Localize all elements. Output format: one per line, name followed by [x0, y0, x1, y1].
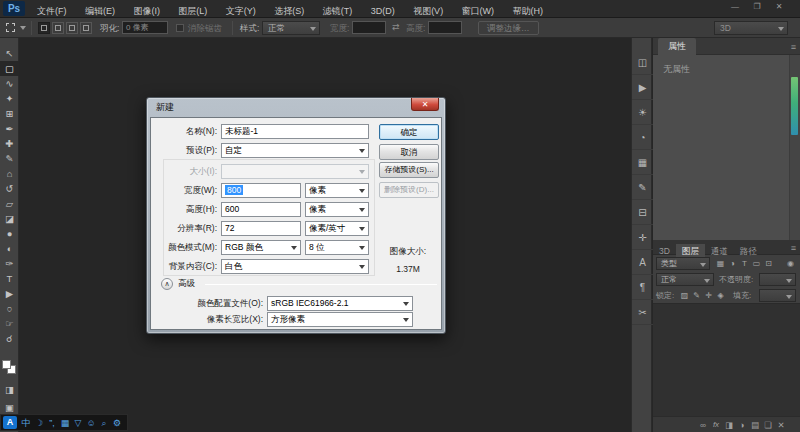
character-panel-icon[interactable]: A	[632, 250, 653, 275]
close-icon[interactable]: ✕	[770, 2, 788, 11]
tool-rectangular-marquee[interactable]: ▢	[0, 61, 19, 76]
new-selection-icon[interactable]	[38, 22, 50, 34]
tool-crop[interactable]: ⊞	[0, 106, 19, 121]
resolution-input[interactable]: 72	[221, 221, 301, 236]
filter-toggle-icon[interactable]: ◉	[785, 257, 796, 270]
preset-dropdown[interactable]: 自定	[221, 143, 369, 158]
height-unit-dropdown[interactable]: 像素	[305, 202, 369, 217]
adjustments-panel-icon[interactable]: ☀	[632, 100, 653, 125]
swap-dimensions-icon[interactable]: ⇄	[392, 22, 400, 32]
add-to-selection-icon[interactable]	[52, 22, 64, 34]
ime-search-icon[interactable]: ⌕	[98, 417, 110, 429]
new-layer-icon[interactable]: ❏	[762, 419, 774, 431]
filter-smart-objects-icon[interactable]: ⊡	[763, 257, 774, 270]
link-layers-icon[interactable]: ∞	[697, 419, 709, 431]
workspace-dropdown[interactable]: 3D	[714, 21, 788, 35]
ime-user-icon[interactable]: ☺	[85, 417, 97, 429]
paragraph-panel-icon[interactable]: ¶	[632, 275, 653, 300]
width-unit-dropdown[interactable]: 像素	[305, 183, 369, 198]
history-panel-icon[interactable]: ◫	[632, 50, 653, 75]
panel-menu-icon[interactable]: ≡	[791, 42, 796, 52]
tool-path-selection[interactable]: ▶	[0, 286, 19, 301]
intersect-selection-icon[interactable]	[80, 22, 92, 34]
lock-all-icon[interactable]: ◈	[715, 289, 726, 302]
filter-shape-layers-icon[interactable]: ▭	[751, 257, 762, 270]
clone-source-panel-icon[interactable]: ⊟	[632, 200, 653, 225]
feather-input[interactable]: 0 像素	[122, 21, 168, 34]
background-dropdown[interactable]: 白色	[221, 259, 369, 274]
resolution-unit-dropdown[interactable]: 像素/英寸	[305, 221, 369, 236]
size-dropdown[interactable]	[221, 164, 369, 179]
ok-button[interactable]: 确定	[379, 124, 439, 140]
ime-half-width-icon[interactable]: ☽	[33, 417, 45, 429]
tool-dodge[interactable]: ◐	[0, 241, 19, 256]
bit-depth-dropdown[interactable]: 8 位	[305, 240, 369, 255]
tool-healing-brush[interactable]: ✚	[0, 136, 19, 151]
lock-image-pixels-icon[interactable]: ✎	[691, 289, 702, 302]
screen-mode-icon[interactable]: ▣	[0, 400, 19, 415]
tool-clone-stamp[interactable]: ⌂	[0, 166, 19, 181]
filter-pixel-layers-icon[interactable]: ▦	[715, 257, 726, 270]
dialog-close-icon[interactable]: ✕	[411, 98, 439, 111]
tool-gradient[interactable]: ◪	[0, 211, 19, 226]
properties-scrollbar[interactable]	[789, 55, 800, 240]
height-input[interactable]: 600	[221, 202, 301, 217]
pixel-aspect-dropdown[interactable]: 方形像素	[267, 312, 413, 327]
save-preset-button[interactable]: 存储预设(S)...	[379, 162, 439, 178]
minimize-icon[interactable]: —	[726, 2, 744, 11]
foreground-color-swatch[interactable]	[2, 360, 11, 369]
color-profile-dropdown[interactable]: sRGB IEC61966-2.1	[267, 296, 413, 311]
width-input[interactable]: 800	[221, 183, 301, 198]
style-dropdown[interactable]: 正常	[262, 21, 320, 35]
delete-preset-button[interactable]: 删除预设(D)...	[379, 182, 439, 198]
tool-type[interactable]: T	[0, 271, 19, 286]
color-mode-dropdown[interactable]: RGB 颜色	[221, 240, 301, 255]
ime-settings-icon[interactable]: ⚙	[111, 417, 123, 429]
height-input[interactable]	[428, 21, 462, 34]
width-input[interactable]	[352, 21, 386, 34]
add-layer-mask-icon[interactable]: ◨	[723, 419, 735, 431]
tool-blur[interactable]: ●	[0, 226, 19, 241]
new-adjustment-layer-icon[interactable]: ◑	[736, 419, 748, 431]
antialias-checkbox[interactable]	[176, 24, 184, 32]
subtract-from-selection-icon[interactable]	[66, 22, 78, 34]
advanced-toggle-icon[interactable]: ∧	[161, 278, 173, 290]
delete-layer-icon[interactable]: ✕	[775, 419, 787, 431]
layer-effects-icon[interactable]: fx	[710, 419, 722, 431]
restore-icon[interactable]: ❐	[748, 2, 766, 11]
layer-filter-dropdown[interactable]: 类型	[656, 257, 710, 270]
tool-zoom[interactable]: ☌	[0, 331, 19, 346]
tool-preset-caret-icon[interactable]	[20, 26, 26, 30]
ime-logo-icon[interactable]: A	[3, 416, 17, 429]
tool-eraser[interactable]: ▱	[0, 196, 19, 211]
histogram-panel-icon[interactable]: ▦	[632, 150, 653, 175]
ime-language-icon[interactable]: 中	[20, 417, 32, 429]
tool-eyedropper[interactable]: ✒	[0, 121, 19, 136]
tool-ellipse[interactable]: ○	[0, 301, 19, 316]
name-input[interactable]: 未标题-1	[221, 124, 369, 139]
layer-list[interactable]	[653, 303, 800, 416]
tool-presets-panel-icon[interactable]: ✛	[632, 225, 653, 250]
blend-mode-dropdown[interactable]: 正常	[656, 273, 714, 286]
filter-adjustment-layers-icon[interactable]: ◑	[727, 257, 738, 270]
filter-type-layers-icon[interactable]: T	[739, 257, 750, 270]
tool-pen[interactable]: ✑	[0, 256, 19, 271]
quick-mask-icon[interactable]: ◨	[0, 382, 19, 397]
masks-panel-icon[interactable]: ◔	[632, 125, 653, 150]
lock-transparent-pixels-icon[interactable]: ▨	[679, 289, 690, 302]
new-group-icon[interactable]: ▤	[749, 419, 761, 431]
lock-position-icon[interactable]: ✛	[703, 289, 714, 302]
tool-brush[interactable]: ✎	[0, 151, 19, 166]
tool-lasso[interactable]: ∿	[0, 76, 19, 91]
tool-history-brush[interactable]: ↺	[0, 181, 19, 196]
refine-edge-button[interactable]: 调整边缘…	[478, 21, 539, 35]
tool-quick-selection[interactable]: ✦	[0, 91, 19, 106]
panel-menu-icon[interactable]: ≡	[791, 243, 796, 253]
tool-move[interactable]: ↖	[0, 46, 19, 61]
tool-hand[interactable]: ☞	[0, 316, 19, 331]
ime-punctuation-icon[interactable]: ”,	[46, 417, 58, 429]
opacity-dropdown[interactable]	[759, 273, 796, 286]
ime-skin-icon[interactable]: ▽	[72, 417, 84, 429]
ime-keyboard-icon[interactable]: ▦	[59, 417, 71, 429]
fill-dropdown[interactable]	[759, 289, 796, 302]
